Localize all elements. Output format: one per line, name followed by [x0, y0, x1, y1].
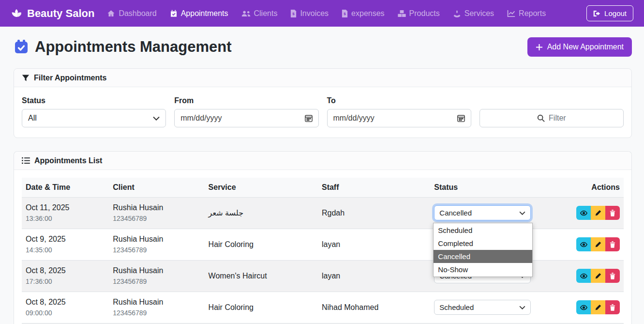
service-name: Hair Coloring: [209, 303, 314, 312]
client-name: Rushia Husain: [113, 203, 200, 212]
home-icon: [107, 9, 115, 17]
edit-button[interactable]: [591, 300, 605, 314]
client-name: Rushia Husain: [113, 266, 200, 275]
client-phone: 123456789: [113, 215, 200, 222]
nav-item-clients[interactable]: Clients: [241, 9, 278, 18]
boxes-icon: [398, 10, 406, 17]
from-date-label: From: [174, 96, 318, 105]
client-name: Rushia Husain: [113, 298, 200, 307]
page-title: Appointments Management: [14, 38, 231, 56]
view-button[interactable]: [576, 269, 591, 283]
status-select[interactable]: Scheduled: [434, 300, 531, 315]
eye-icon: [580, 242, 587, 247]
edit-button[interactable]: [591, 237, 605, 251]
nav-item-expenses[interactable]: $ expenses: [342, 9, 385, 18]
appointments-list-header: Appointments List: [14, 152, 631, 170]
appointments-table: Date & Time Client Service Staff Status …: [22, 178, 624, 324]
status-option-no-show[interactable]: No-Show: [434, 263, 532, 276]
appointment-time: 13:36:00: [26, 215, 105, 222]
appointment-time: 17:36:00: [26, 278, 105, 285]
edit-button[interactable]: [591, 269, 605, 283]
status-dropdown-menu: Scheduled Completed Cancelled No-Show: [433, 223, 533, 277]
edit-button[interactable]: [591, 206, 605, 220]
col-header-service: Service: [205, 178, 318, 197]
delete-button[interactable]: [605, 206, 620, 220]
status-filter-value: All: [28, 114, 153, 123]
invoice-icon: $: [290, 10, 297, 17]
client-phone: 123456789: [113, 278, 200, 285]
service-name: Hair Coloring: [209, 240, 314, 249]
add-new-appointment-button[interactable]: Add New Appointment: [527, 37, 632, 57]
to-date-label: To: [327, 96, 471, 105]
appointments-list-card: Appointments List Date & Time Client Ser…: [14, 151, 632, 324]
nav-links: Dashboard Appointments Clients $ Invoice…: [107, 9, 546, 18]
status-option-scheduled[interactable]: Scheduled: [434, 224, 532, 237]
users-icon: [241, 10, 251, 17]
col-header-staff: Staff: [318, 178, 430, 197]
table-row: Oct 8, 2025 09:00:00 Rushia Husain 12345…: [22, 292, 624, 323]
search-icon: [537, 114, 545, 122]
list-icon: [22, 157, 30, 164]
status-select[interactable]: Cancelled: [434, 205, 531, 220]
nav-item-appointments[interactable]: Appointments: [170, 9, 228, 18]
status-option-completed[interactable]: Completed: [434, 237, 532, 250]
nav-item-invoices[interactable]: $ Invoices: [290, 9, 329, 18]
pencil-icon: [595, 273, 601, 279]
client-name: Rushia Husain: [113, 235, 200, 244]
staff-name: layan: [322, 240, 426, 249]
delete-button[interactable]: [605, 269, 620, 283]
calendar-check-icon: [170, 10, 178, 17]
staff-name: Rgdah: [322, 209, 426, 217]
svg-text:$: $: [293, 12, 295, 16]
col-header-actions: Actions: [572, 178, 624, 197]
view-button[interactable]: [576, 300, 591, 314]
calendar-picker-icon[interactable]: [305, 114, 313, 122]
appointment-date: Oct 8, 2025: [26, 266, 105, 275]
col-header-datetime: Date & Time: [22, 178, 109, 197]
nav-item-reports[interactable]: Reports: [507, 9, 546, 18]
svg-text:$: $: [344, 12, 346, 16]
chevron-down-icon: [519, 306, 525, 309]
delete-button[interactable]: [605, 300, 620, 314]
brand[interactable]: Beauty Salon: [11, 7, 94, 20]
trash-icon: [610, 304, 615, 311]
brand-name: Beauty Salon: [27, 7, 94, 20]
nav-item-products[interactable]: Products: [398, 9, 440, 18]
logout-icon: [593, 10, 600, 17]
appointment-time: 09:00:00: [26, 309, 105, 317]
top-navbar: Beauty Salon Dashboard Appointments Clie…: [0, 0, 644, 27]
spa-hand-icon: [453, 10, 461, 17]
status-option-cancelled[interactable]: Cancelled: [434, 250, 532, 263]
pencil-icon: [595, 241, 601, 247]
delete-button[interactable]: [605, 237, 620, 251]
chevron-down-icon: [519, 211, 525, 215]
trash-icon: [610, 241, 615, 248]
col-header-status: Status: [430, 178, 572, 197]
filter-card: Filter Appointments Status All From mm/d…: [14, 68, 632, 138]
eye-icon: [580, 210, 587, 216]
from-date-input[interactable]: mm/dd/yyyy: [174, 109, 318, 127]
plus-icon: [536, 44, 543, 51]
status-filter-select[interactable]: All: [22, 109, 166, 127]
table-row: Oct 8, 2025 17:36:00 Rushia Husain 12345…: [22, 260, 624, 292]
pencil-icon: [595, 210, 601, 216]
nav-item-services[interactable]: Services: [453, 9, 494, 18]
table-row: Oct 9, 2025 14:35:00 Rushia Husain 12345…: [22, 229, 624, 260]
table-header-row: Date & Time Client Service Staff Status …: [22, 178, 624, 197]
to-date-input[interactable]: mm/dd/yyyy: [327, 109, 471, 127]
logout-button[interactable]: Logout: [586, 5, 633, 21]
calendar-picker-icon[interactable]: [457, 114, 465, 122]
table-row: Oct 11, 2025 13:36:00 Rushia Husain 1234…: [22, 197, 624, 229]
client-phone: 123456789: [113, 309, 200, 317]
service-name: جلسة شعر: [209, 208, 314, 217]
funnel-icon: [22, 74, 30, 82]
nav-item-dashboard[interactable]: Dashboard: [107, 9, 156, 18]
appointment-date: Oct 8, 2025: [26, 298, 105, 307]
spa-icon: [11, 8, 22, 19]
client-phone: 123456789: [113, 246, 200, 254]
eye-icon: [580, 305, 587, 310]
view-button[interactable]: [576, 206, 591, 220]
view-button[interactable]: [576, 237, 591, 251]
filter-submit-button[interactable]: Filter: [479, 109, 624, 127]
main-content: Appointments Management Add New Appointm…: [0, 27, 644, 324]
